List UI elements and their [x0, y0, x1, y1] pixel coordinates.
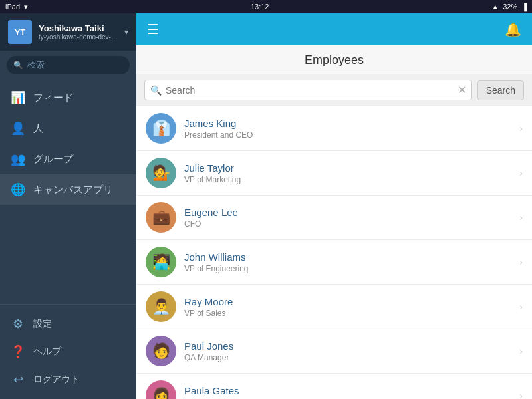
employee-title: President and CEO [184, 130, 519, 140]
chevron-down-icon: ▾ [124, 27, 128, 37]
status-bar: iPad ▾ 13:12 ▲ 32% ▐ [0, 0, 532, 13]
chevron-right-icon: › [519, 346, 523, 356]
employee-title: VP of Sales [184, 309, 519, 318]
feed-icon: 📊 [11, 90, 25, 105]
employee-row[interactable]: 👨‍💼 Ray Moore VP of Sales › [136, 285, 532, 329]
employee-info: Ray Moore VP of Sales [184, 296, 519, 318]
sidebar-item-label-settings: 設定 [33, 318, 52, 330]
sidebar-item-help[interactable]: ❓ ヘルプ [0, 338, 136, 366]
sidebar-item-label-logout: ログアウト [33, 374, 80, 386]
sidebar-item-label-help: ヘルプ [33, 346, 61, 358]
search-icon: 🔍 [150, 85, 162, 96]
chevron-right-icon: › [519, 123, 523, 134]
sidebar-item-label-feed: フィード [33, 92, 73, 104]
user-sub: ty-yoshikawa-demo-dev-e... [39, 33, 118, 41]
employee-avatar: 🧑 [146, 336, 176, 366]
search-bar-row: 🔍 ✕ Search [136, 74, 532, 106]
sidebar-bottom: ⚙ 設定 ❓ ヘルプ ↩ ログアウト [0, 310, 136, 399]
employee-info: Julie Taylor VP of Marketing [184, 162, 519, 184]
hamburger-icon[interactable]: ☰ [147, 21, 159, 37]
user-info: Yoshikawa Taiki ty-yoshikawa-demo-dev-e.… [39, 23, 118, 41]
gear-icon: ⚙ [11, 317, 25, 331]
search-input-wrap[interactable]: 🔍 ✕ [144, 80, 472, 100]
person-icon: 👤 [11, 121, 25, 136]
status-ipad: iPad [5, 3, 20, 11]
employee-info: Paula Gates Software Architect [184, 385, 519, 400]
sidebar-search-container: 🔍 検索 [0, 51, 136, 80]
employee-name: Eugene Lee [184, 207, 519, 218]
chevron-right-icon: › [519, 257, 523, 267]
employee-title: CFO [184, 219, 519, 229]
employee-info: Eugene Lee CFO [184, 207, 519, 229]
sidebar-item-people[interactable]: 👤 人 [0, 113, 136, 144]
search-input[interactable] [166, 85, 454, 96]
chevron-right-icon: › [519, 168, 523, 178]
sidebar-search-box[interactable]: 🔍 検索 [7, 56, 130, 74]
search-button[interactable]: Search [477, 80, 524, 100]
content-header: Employees [136, 45, 532, 74]
employee-avatar: 💼 [146, 202, 176, 233]
sidebar-nav: 📊 フィード 👤 人 👥 グループ 🌐 キャンバスアプリ [0, 80, 136, 299]
sidebar-item-label-groups: グループ [33, 153, 73, 166]
employee-title: VP of Engineering [184, 264, 519, 273]
wifi-icon: ▾ [24, 3, 28, 11]
employee-row[interactable]: 👩 Paula Gates Software Architect › [136, 374, 532, 399]
logout-icon: ↩ [11, 372, 25, 387]
sidebar: YT Yoshikawa Taiki ty-yoshikawa-demo-dev… [0, 13, 136, 399]
employee-title: QA Manager [184, 353, 519, 362]
chevron-right-icon: › [519, 301, 523, 312]
clear-search-icon[interactable]: ✕ [458, 84, 466, 96]
employee-info: James King President and CEO [184, 118, 519, 140]
sidebar-item-logout[interactable]: ↩ ログアウト [0, 366, 136, 394]
sidebar-item-canvas[interactable]: 🌐 キャンバスアプリ [0, 174, 136, 205]
user-profile-header[interactable]: YT Yoshikawa Taiki ty-yoshikawa-demo-dev… [0, 13, 136, 51]
employee-avatar: 🧑‍💻 [146, 247, 176, 277]
employee-avatar: 👩 [146, 380, 176, 399]
employee-row[interactable]: 💁 Julie Taylor VP of Marketing › [136, 151, 532, 196]
sidebar-item-groups[interactable]: 👥 グループ [0, 144, 136, 174]
sidebar-item-label-people: 人 [33, 122, 43, 135]
battery-icon: ▐ [521, 3, 527, 11]
employee-name: Paul Jones [184, 340, 519, 352]
chevron-right-icon: › [519, 390, 523, 399]
employee-avatar: 👨‍💼 [146, 291, 176, 322]
app-container: YT Yoshikawa Taiki ty-yoshikawa-demo-dev… [0, 13, 532, 399]
main-content: ☰ 🔔 Employees 🔍 ✕ Search 👔 James King Pr… [136, 13, 532, 399]
employee-row[interactable]: 🧑 Paul Jones QA Manager › [136, 329, 532, 374]
employee-row[interactable]: 👔 James King President and CEO › [136, 106, 532, 151]
employee-avatar: 💁 [146, 158, 176, 188]
employee-info: John Williams VP of Engineering [184, 251, 519, 273]
top-bar: ☰ 🔔 [136, 13, 532, 45]
employee-info: Paul Jones QA Manager [184, 340, 519, 362]
signal-icon: ▲ [491, 3, 499, 11]
status-right: ▲ 32% ▐ [491, 3, 527, 11]
sidebar-divider [0, 304, 136, 305]
employee-list: 👔 James King President and CEO › 💁 Julie… [136, 106, 532, 399]
employee-title: VP of Marketing [184, 175, 519, 184]
status-time: 13:12 [251, 3, 269, 11]
canvas-icon: 🌐 [11, 182, 25, 197]
employee-name: Paula Gates [184, 385, 519, 396]
chevron-right-icon: › [519, 212, 523, 223]
employee-name: Ray Moore [184, 296, 519, 307]
sidebar-item-label-canvas: キャンバスアプリ [33, 184, 113, 196]
user-name: Yoshikawa Taiki [39, 23, 118, 33]
help-icon: ❓ [11, 344, 25, 359]
sidebar-search-label: 検索 [27, 59, 45, 71]
page-title: Employees [305, 53, 364, 66]
sidebar-item-settings[interactable]: ⚙ 設定 [0, 310, 136, 338]
battery-level: 32% [503, 3, 517, 11]
avatar: YT [8, 20, 32, 44]
employee-avatar: 👔 [146, 113, 176, 144]
employee-row[interactable]: 🧑‍💻 John Williams VP of Engineering › [136, 240, 532, 285]
search-icon: 🔍 [13, 61, 23, 70]
bell-icon[interactable]: 🔔 [505, 21, 521, 37]
sidebar-item-feed[interactable]: 📊 フィード [0, 82, 136, 113]
employee-name: James King [184, 118, 519, 129]
employee-row[interactable]: 💼 Eugene Lee CFO › [136, 196, 532, 240]
status-left: iPad ▾ [5, 3, 28, 11]
group-icon: 👥 [11, 152, 25, 166]
employee-name: Julie Taylor [184, 162, 519, 174]
employee-name: John Williams [184, 251, 519, 263]
